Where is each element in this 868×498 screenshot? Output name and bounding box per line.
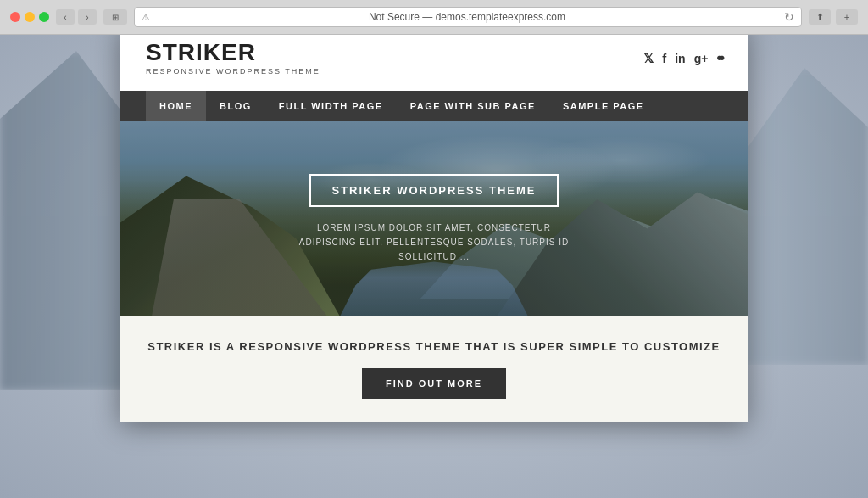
share-button[interactable]: ⬆ <box>809 9 831 25</box>
nav-item-blog[interactable]: BLOG <box>206 91 265 121</box>
nav-item-sample[interactable]: SAMPLE PAGE <box>549 91 658 121</box>
refresh-button[interactable]: ↻ <box>784 10 794 24</box>
nav-item-fullwidth[interactable]: FULL WIDTH PAGE <box>265 91 397 121</box>
facebook-icon[interactable]: f <box>662 51 666 65</box>
back-button[interactable]: ‹ <box>56 9 75 25</box>
nav-item-subpage[interactable]: PAGE WITH SUB PAGE <box>397 91 549 121</box>
nav-buttons: ‹ › <box>56 9 97 25</box>
new-tab-button[interactable]: + <box>836 9 858 25</box>
traffic-lights <box>10 12 49 22</box>
site-navigation: HOME BLOG FULL WIDTH PAGE PAGE WITH SUB … <box>120 91 748 121</box>
googleplus-icon[interactable]: g+ <box>694 52 709 65</box>
nav-link-fullwidth[interactable]: FULL WIDTH PAGE <box>265 91 397 121</box>
nav-link-sample[interactable]: SAMPLE PAGE <box>549 91 658 121</box>
social-icons: 𝕏 f in g+ •• <box>643 49 722 67</box>
browser-topbar: ‹ › ⊞ ⚠ Not Secure — demos.templateexpre… <box>0 0 868 35</box>
nav-link-subpage[interactable]: PAGE WITH SUB PAGE <box>397 91 549 121</box>
flickr-icon[interactable]: •• <box>716 49 722 67</box>
hero-section: STRIKER WORDPRESS THEME LOREM IPSUM DOLO… <box>120 121 748 316</box>
nav-item-home[interactable]: HOME <box>146 91 206 121</box>
nav-link-blog[interactable]: BLOG <box>206 91 265 121</box>
nav-link-home[interactable]: HOME <box>146 91 206 121</box>
find-out-button[interactable]: FIND OUT MORE <box>362 368 506 399</box>
sub-heading: STRIKER IS A RESPONSIVE WORDPRESS THEME … <box>146 340 722 353</box>
linkedin-icon[interactable]: in <box>675 52 685 65</box>
address-bar[interactable]: ⚠ Not Secure — demos.templateexpress.com… <box>134 7 802 27</box>
lock-icon: ⚠ <box>142 12 150 23</box>
maximize-button[interactable] <box>39 12 49 22</box>
hero-description: LOREM IPSUM DOLOR SIT AMET, CONSECTETUR … <box>290 221 578 264</box>
forward-button[interactable]: › <box>78 9 97 25</box>
site-subtitle: RESPONSIVE WORDPRESS THEME <box>146 67 320 76</box>
minimize-button[interactable] <box>25 12 35 22</box>
sub-section: STRIKER IS A RESPONSIVE WORDPRESS THEME … <box>120 316 748 422</box>
hero-content: STRIKER WORDPRESS THEME LOREM IPSUM DOLO… <box>290 174 578 264</box>
url-text: Not Secure — demos.templateexpress.com <box>155 11 779 23</box>
hero-cta-button[interactable]: STRIKER WORDPRESS THEME <box>309 174 558 207</box>
site-logo: STRIKER RESPONSIVE WORDPRESS THEME <box>146 41 320 76</box>
tab-button[interactable]: ⊞ <box>103 9 127 25</box>
browser-window: ‹ › ⊞ ⚠ Not Secure — demos.templateexpre… <box>0 0 868 498</box>
twitter-icon[interactable]: 𝕏 <box>643 51 654 66</box>
close-button[interactable] <box>10 12 20 22</box>
website-frame: STRIKER RESPONSIVE WORDPRESS THEME 𝕏 f i… <box>120 25 748 422</box>
browser-actions: ⬆ + <box>809 9 858 25</box>
site-title: STRIKER <box>146 41 320 64</box>
site-header: STRIKER RESPONSIVE WORDPRESS THEME 𝕏 f i… <box>120 25 748 91</box>
